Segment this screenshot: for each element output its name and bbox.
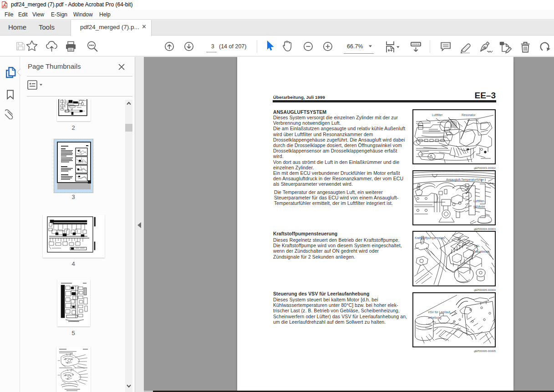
svg-text:Resonator: Resonator (462, 113, 476, 117)
svg-text:Luftfilter-: Luftfilter- (473, 199, 485, 203)
svg-text:anhebung: anhebung (428, 316, 442, 320)
svg-text:EFI-: EFI- (474, 244, 480, 248)
svg-text:gehäuse: gehäuse (473, 205, 485, 209)
svg-text:3: 3 (211, 43, 214, 50)
svg-text:66.7%: 66.7% (347, 43, 363, 50)
svg-text:Luftfilter: Luftfilter (432, 113, 443, 117)
svg-text:Hauptrelais: Hauptrelais (474, 250, 490, 254)
svg-text:Kraftstoffpumpenrelais: Kraftstoffpumpenrelais (415, 236, 445, 240)
svg-text:Ansaugluft-Temperaturfühler: Ansaugluft-Temperaturfühler (446, 178, 484, 182)
svg-text:(14 of 207): (14 of 207) (219, 43, 246, 50)
svg-text:VSV für Leerlauf-: VSV für Leerlauf- (428, 311, 451, 314)
